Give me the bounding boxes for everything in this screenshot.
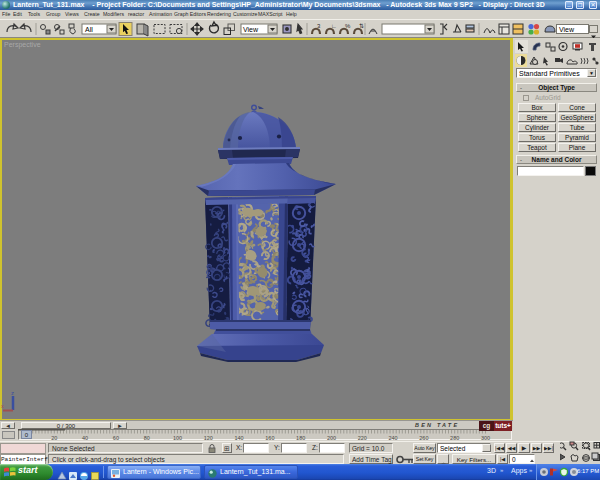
svg-text:200: 200 [327, 435, 336, 441]
svg-text:300: 300 [481, 435, 490, 441]
svg-text:160: 160 [265, 435, 274, 441]
svg-text:3: 3 [317, 23, 321, 29]
svg-text:x: x [1, 403, 4, 409]
svg-text:140: 140 [235, 435, 244, 441]
svg-text:180: 180 [296, 435, 305, 441]
svg-text:280: 280 [450, 435, 459, 441]
svg-text:40: 40 [82, 435, 88, 441]
svg-text:20: 20 [51, 435, 57, 441]
svg-text:220: 220 [358, 435, 367, 441]
svg-text:All: All [85, 26, 93, 33]
svg-text:240: 240 [389, 435, 398, 441]
svg-text:%: % [345, 23, 351, 29]
svg-text:∟: ∟ [331, 23, 337, 29]
svg-text:60: 60 [113, 435, 119, 441]
svg-text:80: 80 [144, 435, 150, 441]
svg-text:⇅: ⇅ [359, 23, 364, 29]
svg-text:100: 100 [173, 435, 182, 441]
svg-text:View: View [243, 26, 259, 33]
svg-text:z: z [11, 390, 14, 396]
svg-text:260: 260 [419, 435, 428, 441]
svg-text:120: 120 [204, 435, 213, 441]
